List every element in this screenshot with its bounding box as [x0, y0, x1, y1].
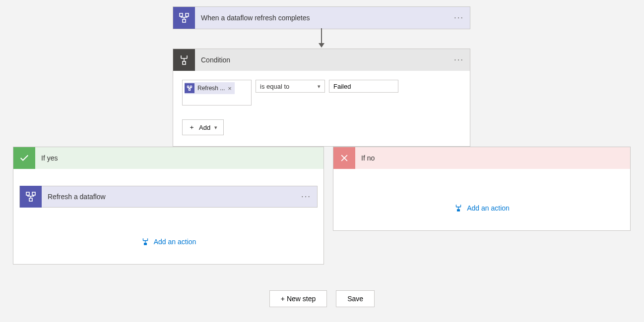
- add-action-button[interactable]: Add an action: [13, 237, 323, 246]
- new-step-button[interactable]: + New step: [269, 290, 327, 307]
- if-yes-header: If yes: [13, 147, 323, 169]
- refresh-dataflow-action[interactable]: Refresh a dataflow ···: [19, 186, 318, 208]
- remove-token-button[interactable]: ×: [228, 85, 232, 92]
- save-button[interactable]: Save: [336, 290, 375, 307]
- svg-rect-0: [180, 13, 183, 16]
- trigger-menu-button[interactable]: ···: [448, 7, 470, 29]
- if-yes-label: If yes: [35, 154, 58, 162]
- dataflow-icon: [173, 7, 195, 29]
- svg-rect-5: [191, 86, 192, 88]
- condition-rhs-input[interactable]: [329, 80, 398, 93]
- token-chip[interactable]: Refresh ... ×: [185, 82, 235, 94]
- action-title: Refresh a dataflow: [42, 193, 295, 201]
- if-yes-branch: If yes Refresh a dataflow ··· Add an act…: [13, 147, 324, 265]
- condition-lhs-input[interactable]: Refresh ... ×: [182, 80, 252, 106]
- chevron-down-icon: ▾: [214, 124, 217, 131]
- token-label: Refresh ...: [197, 85, 225, 92]
- chevron-down-icon: ▾: [318, 83, 321, 90]
- add-condition-button[interactable]: ＋ Add ▾: [182, 119, 224, 135]
- svg-rect-4: [188, 86, 189, 88]
- add-action-label: Add an action: [154, 238, 196, 246]
- add-action-label: Add an action: [467, 204, 510, 212]
- svg-rect-9: [29, 198, 32, 201]
- add-action-icon: [454, 204, 463, 213]
- if-no-branch: If no Add an action: [333, 147, 631, 231]
- svg-rect-6: [189, 89, 191, 91]
- trigger-title: When a dataflow refresh completes: [195, 14, 448, 22]
- condition-header[interactable]: Condition ···: [173, 49, 470, 71]
- svg-rect-1: [186, 13, 189, 16]
- dataflow-icon: [20, 186, 42, 208]
- condition-card[interactable]: Condition ··· Refresh ...: [173, 49, 470, 147]
- add-action-button[interactable]: Add an action: [333, 204, 630, 213]
- condition-title: Condition: [195, 56, 448, 64]
- condition-operator-select[interactable]: is equal to ▾: [256, 80, 325, 93]
- if-no-header: If no: [333, 147, 630, 169]
- operator-value: is equal to: [260, 83, 289, 90]
- svg-rect-10: [144, 243, 147, 245]
- svg-rect-2: [183, 19, 186, 22]
- plus-icon: ＋: [189, 123, 195, 132]
- add-label: Add: [199, 124, 210, 131]
- check-icon: [13, 147, 35, 169]
- svg-rect-11: [457, 209, 460, 212]
- dataflow-icon: [185, 83, 194, 93]
- add-action-icon: [141, 237, 150, 246]
- footer-actions: + New step Save: [0, 290, 644, 307]
- close-icon: [333, 147, 355, 169]
- action-menu-button[interactable]: ···: [295, 186, 317, 208]
- condition-menu-button[interactable]: ···: [448, 49, 470, 71]
- svg-rect-8: [32, 192, 35, 195]
- flow-arrow: [321, 28, 322, 49]
- trigger-header[interactable]: When a dataflow refresh completes ···: [173, 7, 470, 29]
- condition-body: Refresh ... × is equal to ▾ ＋ Add ▾: [173, 71, 470, 146]
- svg-rect-7: [26, 192, 29, 195]
- svg-rect-3: [183, 61, 186, 64]
- condition-icon: [173, 49, 195, 71]
- trigger-card[interactable]: When a dataflow refresh completes ···: [173, 6, 470, 29]
- if-no-label: If no: [355, 154, 375, 162]
